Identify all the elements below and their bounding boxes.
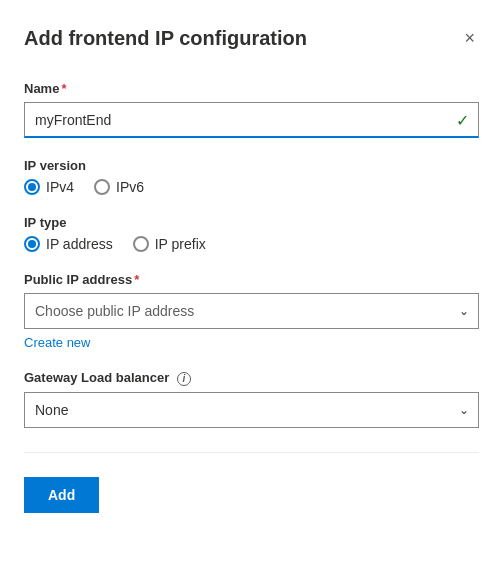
ip-address-label: IP address bbox=[46, 236, 113, 252]
divider bbox=[24, 452, 479, 453]
public-ip-dropdown-wrapper: Choose public IP address ⌄ bbox=[24, 293, 479, 329]
gateway-value: None bbox=[35, 402, 68, 418]
ip-type-label: IP type bbox=[24, 215, 479, 230]
ip-version-label: IP version bbox=[24, 158, 479, 173]
gateway-group: Gateway Load balancer i None ⌄ bbox=[24, 370, 479, 428]
public-ip-dropdown[interactable]: Choose public IP address bbox=[24, 293, 479, 329]
ip-prefix-label: IP prefix bbox=[155, 236, 206, 252]
ipv6-radio-circle bbox=[94, 179, 110, 195]
name-input[interactable] bbox=[24, 102, 479, 138]
public-ip-group: Public IP address* Choose public IP addr… bbox=[24, 272, 479, 350]
close-button[interactable]: × bbox=[460, 24, 479, 53]
panel: Add frontend IP configuration × Name* ✓ … bbox=[0, 0, 503, 581]
public-ip-chevron-icon: ⌄ bbox=[459, 304, 469, 318]
name-group: Name* ✓ bbox=[24, 81, 479, 138]
ip-address-radio-circle bbox=[24, 236, 40, 252]
ipv4-option[interactable]: IPv4 bbox=[24, 179, 74, 195]
ip-type-radio-group: IP address IP prefix bbox=[24, 236, 479, 252]
ipv4-label: IPv4 bbox=[46, 179, 74, 195]
close-icon: × bbox=[464, 28, 475, 49]
create-new-link[interactable]: Create new bbox=[24, 335, 90, 350]
name-label: Name* bbox=[24, 81, 479, 96]
ip-version-group: IP version IPv4 IPv6 bbox=[24, 158, 479, 195]
gateway-dropdown[interactable]: None bbox=[24, 392, 479, 428]
gateway-dropdown-wrapper: None ⌄ bbox=[24, 392, 479, 428]
ip-address-option[interactable]: IP address bbox=[24, 236, 113, 252]
panel-title: Add frontend IP configuration bbox=[24, 27, 307, 50]
name-input-wrapper: ✓ bbox=[24, 102, 479, 138]
ip-prefix-option[interactable]: IP prefix bbox=[133, 236, 206, 252]
gateway-info-icon[interactable]: i bbox=[177, 372, 191, 386]
ip-version-radio-group: IPv4 IPv6 bbox=[24, 179, 479, 195]
public-ip-placeholder: Choose public IP address bbox=[35, 303, 194, 319]
ip-type-group: IP type IP address IP prefix bbox=[24, 215, 479, 252]
public-ip-label: Public IP address* bbox=[24, 272, 479, 287]
ipv6-label: IPv6 bbox=[116, 179, 144, 195]
ip-prefix-radio-circle bbox=[133, 236, 149, 252]
gateway-label: Gateway Load balancer i bbox=[24, 370, 479, 386]
ipv6-option[interactable]: IPv6 bbox=[94, 179, 144, 195]
ipv4-radio-circle bbox=[24, 179, 40, 195]
gateway-chevron-icon: ⌄ bbox=[459, 403, 469, 417]
name-check-icon: ✓ bbox=[456, 111, 469, 130]
add-button[interactable]: Add bbox=[24, 477, 99, 513]
panel-header: Add frontend IP configuration × bbox=[24, 24, 479, 53]
